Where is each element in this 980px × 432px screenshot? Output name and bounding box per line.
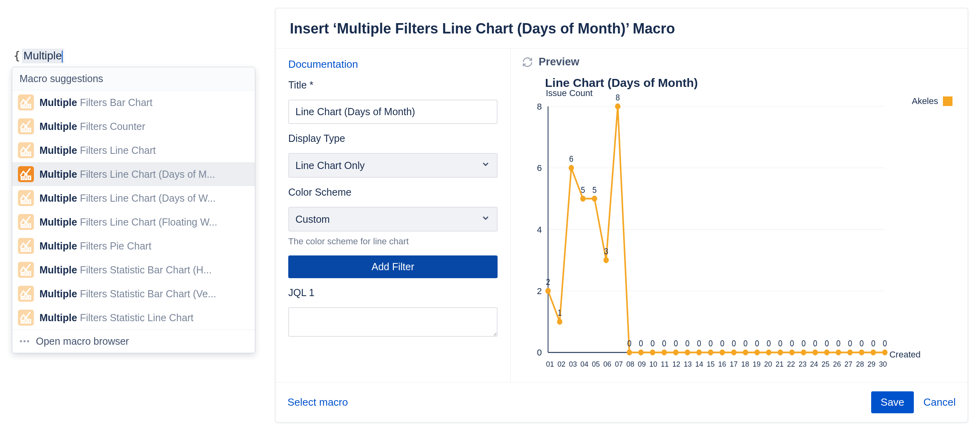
svg-point-57 (661, 350, 667, 355)
macro-config-modal: Insert ‘Multiple Filters Line Chart (Day… (275, 8, 968, 422)
title-field-label: Title * (288, 79, 498, 91)
svg-point-51 (627, 350, 632, 355)
macro-suggestion-item[interactable]: Multiple Filters Line Chart (Floating W.… (12, 210, 255, 234)
color-scheme-select[interactable]: Custom (288, 207, 498, 232)
macro-suggestion-item[interactable]: Multiple Filters Line Chart (Days of M..… (12, 162, 255, 186)
svg-rect-26 (29, 296, 31, 299)
editor-column: { Multiple Macro suggestions Multiple Fi… (12, 8, 259, 64)
svg-point-89 (847, 350, 852, 355)
x-tick-label: 19 (751, 360, 762, 369)
jql1-label: JQL 1 (288, 287, 498, 298)
macro-suggestion-item[interactable]: Multiple Filters Counter (12, 114, 255, 138)
chart-legend: Akeles (912, 96, 952, 106)
svg-text:5: 5 (592, 185, 597, 194)
x-tick-label: 09 (636, 360, 647, 369)
macro-suggestion-item[interactable]: Multiple Filters Line Chart (Days of W..… (12, 186, 255, 210)
ellipsis-icon: ••• (20, 337, 30, 346)
x-tick-label: 10 (647, 360, 659, 369)
documentation-link[interactable]: Documentation (288, 58, 498, 71)
open-macro-browser-label: Open macro browser (36, 336, 129, 347)
chart-icon (18, 262, 34, 278)
svg-rect-8 (29, 152, 31, 155)
macro-suggestion-item[interactable]: Multiple Filters Statistic Line Chart (12, 306, 255, 330)
x-tick-label: 27 (843, 360, 854, 369)
svg-rect-23 (29, 272, 31, 275)
y-tick-label: 6 (522, 163, 542, 173)
svg-point-91 (859, 350, 864, 355)
svg-text:0: 0 (650, 339, 655, 348)
svg-rect-19 (25, 247, 27, 251)
svg-text:0: 0 (639, 339, 643, 348)
jql1-textarea[interactable] (288, 307, 498, 337)
x-tick-label: 17 (728, 360, 740, 369)
color-scheme-label: Color Scheme (288, 187, 498, 198)
svg-rect-15 (21, 225, 23, 228)
typed-text: Multiple (24, 49, 62, 62)
title-input[interactable] (288, 100, 498, 124)
svg-point-61 (685, 350, 690, 355)
svg-point-79 (789, 350, 795, 355)
x-tick-label: 24 (808, 360, 820, 369)
svg-point-63 (697, 350, 702, 355)
chevron-down-icon (481, 213, 490, 225)
cancel-button[interactable]: Cancel (923, 396, 956, 408)
y-tick-label: 4 (522, 225, 542, 235)
macro-suggestion-item[interactable]: Multiple Filters Statistic Bar Chart (Ve… (12, 282, 255, 306)
macro-suggestion-item[interactable]: Multiple Filters Pie Chart (12, 234, 255, 258)
macro-suggestion-item[interactable]: Multiple Filters Bar Chart (12, 90, 255, 114)
svg-rect-17 (29, 224, 31, 227)
svg-rect-2 (29, 104, 31, 108)
macro-suggestion-item[interactable]: Multiple Filters Line Chart (12, 138, 255, 162)
svg-point-85 (824, 350, 829, 355)
svg-rect-22 (25, 271, 27, 275)
svg-point-47 (604, 257, 609, 263)
svg-point-83 (813, 350, 818, 355)
text-caret (62, 51, 63, 63)
svg-text:5: 5 (581, 185, 585, 194)
save-button[interactable]: Save (871, 391, 914, 413)
svg-point-71 (743, 350, 748, 355)
select-macro-link[interactable]: Select macro (287, 396, 348, 408)
x-tick-label: 04 (579, 360, 590, 369)
x-tick-label: 23 (797, 360, 809, 369)
x-tick-label: 15 (705, 360, 716, 369)
color-scheme-value: Custom (295, 214, 330, 225)
svg-point-53 (638, 350, 643, 355)
svg-text:0: 0 (755, 339, 760, 348)
preview-label: Preview (539, 56, 579, 68)
macro-suggestion-label: Multiple Filters Line Chart (39, 145, 156, 156)
macro-trigger-input[interactable]: { Multiple (12, 48, 66, 64)
svg-rect-10 (25, 175, 27, 180)
svg-text:2: 2 (546, 277, 550, 287)
x-axis-label: Created (889, 350, 921, 360)
svg-text:0: 0 (767, 339, 771, 348)
svg-rect-16 (25, 223, 27, 228)
svg-text:0: 0 (720, 339, 724, 348)
refresh-icon[interactable] (522, 57, 533, 68)
macro-suggestion-label: Multiple Filters Statistic Bar Chart (Ve… (39, 288, 216, 300)
svg-point-75 (766, 350, 771, 355)
svg-point-65 (708, 350, 713, 355)
x-tick-label: 28 (854, 360, 866, 369)
svg-text:0: 0 (790, 339, 794, 348)
macro-suggestion-label: Multiple Filters Pie Chart (39, 240, 152, 252)
chart-icon (18, 142, 34, 158)
svg-rect-1 (25, 103, 27, 108)
chart-icon (18, 214, 34, 230)
svg-rect-6 (21, 153, 23, 156)
display-type-select[interactable]: Line Chart Only (288, 153, 498, 178)
open-macro-browser-link[interactable]: ••• Open macro browser (12, 330, 255, 353)
svg-text:0: 0 (674, 339, 678, 348)
macro-suggestion-label: Multiple Filters Statistic Bar Chart (H.… (39, 264, 212, 276)
y-tick-label: 2 (522, 286, 542, 297)
svg-rect-12 (21, 201, 23, 204)
add-filter-button[interactable]: Add Filter (288, 255, 498, 278)
svg-rect-9 (21, 177, 23, 180)
svg-text:3: 3 (604, 247, 608, 256)
chart-icon (18, 310, 34, 326)
chart-area: Line Chart (Days of Month) Akeles 216553… (522, 72, 956, 373)
svg-text:1: 1 (557, 308, 562, 317)
macro-suggestion-item[interactable]: Multiple Filters Statistic Bar Chart (H.… (12, 258, 255, 282)
svg-text:0: 0 (778, 339, 783, 348)
modal-footer: Select macro Save Cancel (276, 382, 968, 422)
